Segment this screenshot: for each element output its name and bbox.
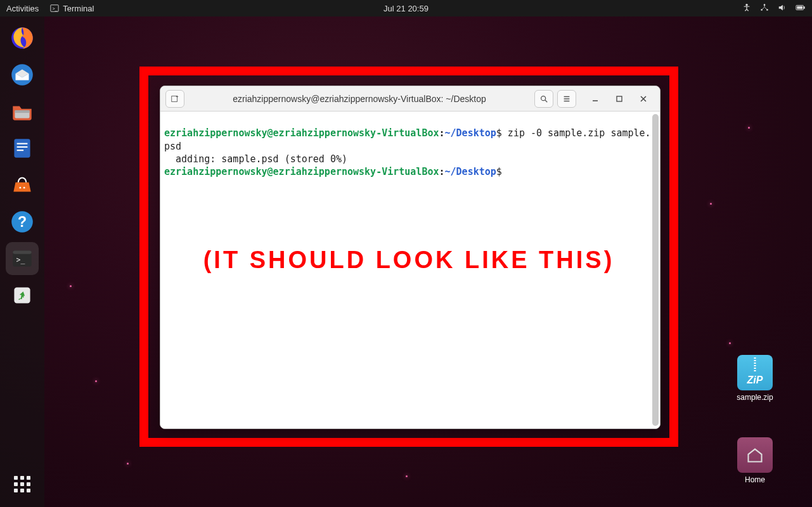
activities-button[interactable]: Activities [6, 4, 39, 13]
scrollbar[interactable] [652, 114, 659, 426]
desktop-home-folder[interactable]: Home [730, 437, 780, 484]
topbar-app-indicator[interactable]: >_ Terminal [50, 4, 94, 13]
accessibility-icon[interactable] [742, 3, 751, 14]
dock-help[interactable]: ? [6, 205, 39, 238]
svg-text:>_: >_ [53, 6, 58, 11]
maximize-button[interactable] [612, 91, 627, 106]
svg-point-18 [23, 187, 25, 189]
prompt-line-1: ezriahzippernowsky@ezriahzippernowsky-Vi… [164, 127, 502, 139]
window-title: ezriahzippernowsky@ezriahzippernowsky-Vi… [188, 94, 531, 104]
svg-rect-14 [17, 143, 28, 144]
annotation-text: (IT SHOULD LOOK LIKE THIS) [203, 247, 615, 274]
svg-rect-12 [15, 110, 29, 113]
dock-software[interactable] [6, 169, 39, 202]
volume-icon[interactable] [778, 3, 787, 14]
dock-trash[interactable] [6, 279, 39, 312]
svg-rect-7 [804, 6, 805, 9]
svg-text:?: ? [18, 214, 27, 230]
output-1: adding: sample.psd (stored 0%) [164, 153, 347, 165]
new-tab-button[interactable] [165, 90, 184, 108]
svg-rect-13 [14, 139, 30, 157]
show-apps-button[interactable] [6, 468, 39, 501]
dock-terminal[interactable]: >_ [6, 242, 39, 275]
close-button[interactable] [636, 91, 651, 106]
svg-rect-8 [797, 6, 802, 8]
dock-writer[interactable] [6, 132, 39, 165]
svg-rect-16 [17, 150, 23, 151]
home-folder-icon [737, 437, 773, 473]
svg-rect-15 [17, 146, 28, 148]
dock-files[interactable] [6, 95, 39, 128]
annotation-frame: ezriahzippernowsky@ezriahzippernowsky-Vi… [139, 67, 678, 447]
svg-rect-22 [13, 250, 31, 254]
clock[interactable]: Jul 21 20:59 [383, 4, 429, 13]
topbar-app-label: Terminal [63, 4, 94, 13]
svg-point-17 [19, 187, 21, 189]
svg-text:>_: >_ [16, 255, 25, 264]
terminal-titlebar[interactable]: ezriahzippernowsky@ezriahzippernowsky-Vi… [160, 86, 660, 112]
svg-point-2 [745, 3, 748, 6]
menu-button[interactable] [557, 90, 576, 108]
desktop-file-zip[interactable]: ZiP sample.zip [730, 355, 780, 402]
zip-icon: ZiP [737, 355, 773, 390]
network-icon[interactable] [760, 3, 769, 14]
desktop-home-label: Home [730, 475, 780, 484]
command-2 [502, 166, 508, 177]
desktop-file-label: sample.zip [730, 393, 780, 402]
minimize-button[interactable] [588, 91, 603, 106]
search-button[interactable] [534, 90, 553, 108]
battery-icon[interactable] [796, 3, 806, 14]
svg-rect-27 [617, 96, 622, 101]
terminal-icon: >_ [50, 4, 59, 13]
dock-firefox[interactable] [6, 22, 39, 55]
top-bar: Activities >_ Terminal Jul 21 20:59 [0, 0, 812, 16]
svg-point-26 [541, 96, 546, 100]
prompt-line-2: ezriahzippernowsky@ezriahzippernowsky-Vi… [164, 166, 502, 177]
dock: ? >_ [0, 16, 44, 507]
dock-thunderbird[interactable] [6, 58, 39, 91]
